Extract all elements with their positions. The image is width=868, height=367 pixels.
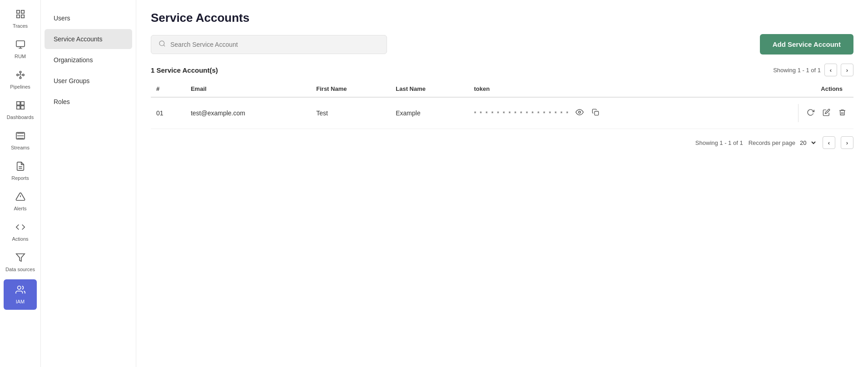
- table-header: # Email First Name Last Name token Actio…: [151, 81, 853, 97]
- sidebar-item-rum[interactable]: RUM: [0, 34, 40, 64]
- pagination-prev-top[interactable]: ‹: [824, 64, 837, 76]
- actions-icon: [15, 222, 25, 234]
- reports-label: Reports: [11, 175, 29, 181]
- col-token: token: [468, 81, 733, 97]
- svg-point-20: [159, 41, 164, 46]
- records-per-page-label: Records per page: [749, 139, 795, 146]
- sidebar-item-traces[interactable]: Traces: [0, 4, 40, 34]
- svg-rect-12: [20, 106, 24, 109]
- cell-last-name: Example: [390, 97, 468, 129]
- sidebar-item-actions[interactable]: Actions: [0, 217, 40, 247]
- page-title: Service Accounts: [151, 11, 853, 25]
- pagination-top: Showing 1 - 1 of 1 ‹ ›: [773, 64, 853, 76]
- cell-email: test@example.com: [185, 97, 311, 129]
- pipelines-icon: [15, 70, 25, 82]
- svg-rect-11: [16, 106, 20, 109]
- sidebar-item-users[interactable]: Users: [45, 8, 132, 28]
- search-icon: [159, 40, 166, 49]
- rum-icon: [15, 40, 25, 52]
- token-visibility-button[interactable]: [574, 106, 585, 120]
- showing-bottom-label: Showing 1 - 1 of 1: [695, 139, 743, 146]
- edit-button[interactable]: [821, 107, 832, 120]
- svg-point-6: [20, 71, 21, 73]
- pagination-next-bottom[interactable]: ›: [841, 136, 853, 149]
- search-box[interactable]: [151, 35, 387, 54]
- datasources-label: Data sources: [5, 267, 35, 272]
- streams-label: Streams: [11, 145, 30, 150]
- col-first-name: First Name: [311, 81, 390, 97]
- svg-rect-0: [16, 10, 19, 13]
- pipelines-label: Pipelines: [10, 84, 30, 89]
- svg-point-19: [17, 286, 20, 289]
- sidebar-item-service-accounts[interactable]: Service Accounts: [45, 29, 132, 49]
- actions-label: Actions: [12, 236, 28, 242]
- datasources-icon: [15, 253, 25, 265]
- svg-marker-18: [16, 254, 24, 262]
- svg-point-5: [16, 74, 18, 76]
- records-per-page-select[interactable]: 20 50 100: [798, 139, 817, 147]
- sidebar-icon-nav: Traces RUM Pipelines Dashboards Streams …: [0, 0, 41, 367]
- sidebar-item-roles[interactable]: Roles: [45, 92, 132, 112]
- svg-rect-10: [20, 102, 24, 105]
- sidebar-item-iam[interactable]: IAM: [4, 279, 37, 310]
- streams-icon: [15, 131, 25, 143]
- dashboards-icon: [15, 100, 25, 113]
- svg-rect-9: [16, 102, 20, 105]
- traces-label: Traces: [13, 23, 28, 29]
- col-email: Email: [185, 81, 311, 97]
- sidebar-item-reports[interactable]: Reports: [0, 156, 40, 186]
- svg-line-21: [164, 45, 165, 46]
- alerts-icon: [15, 192, 25, 204]
- traces-icon: [15, 9, 25, 21]
- pagination-bottom: Showing 1 - 1 of 1 Records per page 20 5…: [151, 136, 853, 149]
- sidebar-item-pipelines[interactable]: Pipelines: [0, 64, 40, 95]
- search-input[interactable]: [170, 41, 379, 48]
- cell-first-name: Test: [311, 97, 390, 129]
- action-separator: [798, 104, 799, 122]
- sidebar-item-streams[interactable]: Streams: [0, 125, 40, 156]
- svg-point-7: [20, 77, 21, 79]
- table-count: 1 Service Account(s): [151, 66, 218, 74]
- records-per-page: Records per page 20 50 100: [749, 139, 817, 147]
- sidebar-secondary-nav: Users Service Accounts Organizations Use…: [41, 0, 136, 367]
- add-service-account-button[interactable]: Add Service Account: [760, 34, 853, 55]
- svg-rect-1: [21, 10, 24, 13]
- pagination-prev-bottom[interactable]: ‹: [823, 136, 835, 149]
- sidebar-item-alerts[interactable]: Alerts: [0, 186, 40, 217]
- svg-rect-4: [16, 41, 24, 47]
- service-accounts-table: # Email First Name Last Name token Actio…: [151, 81, 853, 129]
- svg-rect-2: [16, 15, 19, 18]
- reports-icon: [15, 161, 25, 174]
- toolbar: Add Service Account: [151, 34, 853, 55]
- dashboards-label: Dashboards: [7, 114, 34, 120]
- token-masked: * * * * * * * * * * * * * * * * *: [474, 110, 569, 117]
- cell-actions: [733, 97, 853, 129]
- svg-point-22: [579, 111, 581, 114]
- iam-label: IAM: [16, 299, 25, 304]
- main-content: Service Accounts Add Service Account 1 S…: [136, 0, 868, 367]
- refresh-button[interactable]: [805, 107, 816, 120]
- table-header-row: 1 Service Account(s) Showing 1 - 1 of 1 …: [151, 64, 853, 76]
- table-row: 01 test@example.com Test Example * * * *…: [151, 97, 853, 129]
- iam-icon: [15, 285, 25, 297]
- sidebar-item-dashboards[interactable]: Dashboards: [0, 95, 40, 125]
- token-copy-button[interactable]: [590, 107, 601, 119]
- svg-point-8: [22, 74, 24, 76]
- alerts-label: Alerts: [14, 206, 26, 211]
- showing-top-label: Showing 1 - 1 of 1: [773, 67, 821, 74]
- delete-button[interactable]: [837, 107, 848, 120]
- col-actions: Actions: [733, 81, 853, 97]
- rum-label: RUM: [15, 54, 26, 59]
- pagination-next-top[interactable]: ›: [841, 64, 853, 76]
- sidebar-item-user-groups[interactable]: User Groups: [45, 71, 132, 91]
- cell-number: 01: [151, 97, 185, 129]
- sidebar-item-organizations[interactable]: Organizations: [45, 50, 132, 70]
- col-last-name: Last Name: [390, 81, 468, 97]
- sidebar-item-datasources[interactable]: Data sources: [0, 247, 40, 278]
- svg-rect-23: [595, 111, 599, 115]
- col-number: #: [151, 81, 185, 97]
- svg-rect-3: [21, 15, 24, 18]
- cell-token: * * * * * * * * * * * * * * * * *: [468, 97, 733, 129]
